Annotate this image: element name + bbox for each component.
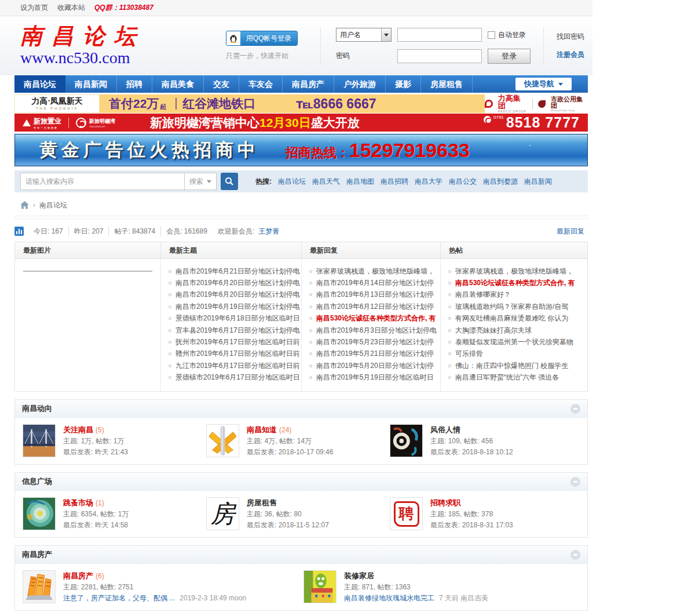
auto-login-checkbox[interactable] [488, 31, 495, 39]
lastpost-link[interactable]: 注意了，房产证加名，父母、配偶 ... [63, 594, 175, 602]
post-link[interactable]: 南昌市2019年6月12日部分地区计划停 [316, 302, 434, 312]
username-input[interactable] [397, 28, 482, 42]
forum-thumb-mask[interactable] [390, 424, 423, 457]
hot-search-link[interactable]: 南昌新闻 [524, 177, 552, 187]
post-link[interactable]: 九江市2019年6月17日部分地区临时日前 [175, 361, 300, 371]
forum-thumb-disc[interactable] [23, 497, 56, 530]
collapse-button[interactable] [570, 477, 580, 487]
post-link[interactable]: 张家界玻璃栈道，极致地球绝版峰墙， [455, 267, 573, 276]
stat-label: 帖子: [114, 227, 132, 235]
post-link[interactable]: 南昌遭日军野蛮“统治”六年 强迫各 [455, 373, 559, 382]
hot-search-link[interactable]: 南昌大学 [415, 177, 442, 187]
ad-banner-xinlv[interactable]: 新旅置业专筑一生理想家 新旅明樾湾XINLVRESORT 新旅明樾湾营销中心12… [14, 114, 588, 132]
nav-tab-2[interactable]: 南昌新闻 [65, 75, 117, 93]
collapse-button[interactable] [570, 404, 580, 414]
post-link[interactable]: 南昌530论坛诚征各种类型方式合作, 有 [316, 314, 436, 323]
qq-login-button[interactable]: 用QQ帐号登录 [226, 31, 298, 46]
hot-search-link[interactable]: 南昌公交 [449, 177, 477, 187]
post-link[interactable]: 宜丰县2019年6月17日部分地区计划停电 [175, 326, 300, 336]
select-caret-button[interactable] [381, 28, 391, 41]
password-input[interactable] [397, 49, 482, 63]
post-link[interactable]: 大胸漂亮妹妹打高尔夫球 [455, 326, 532, 336]
post-link[interactable]: 佛山：南庄四中惊爆艳照门 校服学生 [455, 361, 568, 371]
bar-chart-icon [14, 227, 24, 236]
collapse-button[interactable] [570, 550, 580, 560]
favorite-link[interactable]: 收藏本站 [57, 3, 85, 13]
username-select[interactable]: 用户名 [336, 28, 392, 42]
forum-name-link[interactable]: 风俗人情 [430, 425, 460, 434]
hot-search-link[interactable]: 南昌天气 [312, 177, 340, 187]
nav-tab-1[interactable]: 南昌论坛 [14, 75, 65, 93]
forum-name-link[interactable]: 南昌房产 [63, 571, 93, 580]
home-icon[interactable] [20, 201, 29, 209]
breadcrumb-current[interactable]: 南昌论坛 [39, 201, 67, 210]
post-link[interactable]: 南昌市2019年5月19日部分地区临时日 [316, 373, 434, 382]
post-link[interactable]: 南昌市2019年6月21日部分地区计划停电 [175, 267, 300, 276]
post-link[interactable]: 南昌市2019年6月3日部分地区计划停电 [316, 326, 437, 336]
nav-tab-3[interactable]: 招聘 [117, 75, 152, 93]
post-link[interactable]: 南昌市2019年5月21日部分地区计划停 [316, 349, 434, 359]
ad-banner-phoenix[interactable]: 力高·凤凰新天 THE PHOENIX 首付22万 起 红谷滩地铁口 ℡8666… [14, 94, 588, 113]
nav-tab-6[interactable]: 车友会 [239, 75, 283, 93]
post-link[interactable]: 有网友吐槽南昌麻辣烫最难吃 你认为 [455, 314, 568, 323]
forum-name-link[interactable]: 房屋租售 [247, 498, 277, 507]
register-link[interactable]: 注册会员 [557, 50, 584, 60]
post-link[interactable]: 景德镇市2019年6月17日部分地区临时日 [175, 373, 300, 382]
post-link[interactable]: 南昌市2019年5月23日部分地区计划停 [316, 337, 434, 347]
post-link[interactable]: 南昌530论坛诚征各种类型方式合作, 有 [455, 278, 575, 288]
post-link[interactable]: 景德镇市2019年6月18日部分地区临时日 [175, 314, 300, 323]
post-link[interactable]: 张家界玻璃栈道，极致地球绝版峰墙， [316, 267, 434, 276]
post-link[interactable]: 南昌市2019年6月19日部分地区计划停电 [175, 302, 300, 312]
quick-nav-button[interactable]: 快捷导航 [515, 78, 572, 90]
forum-thumb-decor[interactable] [303, 570, 336, 603]
list-item: 南昌装修哪家好？ [441, 289, 587, 301]
post-link[interactable]: 赣州市2019年6月17日部分地区临时日前 [175, 349, 300, 359]
lastpost-link[interactable]: 南昌装修绿地玫瑰城水电完工 [344, 594, 434, 602]
nav-tab-9[interactable]: 摄影 [386, 75, 421, 93]
post-link[interactable]: 南昌市2019年5月20日部分地区计划停 [316, 361, 434, 371]
site-logo[interactable]: 南昌论坛 www.nc530.com [20, 24, 226, 67]
forum-thumb-towers[interactable] [23, 570, 56, 603]
forum-name-link[interactable]: 装修家居 [344, 571, 374, 580]
ad-banner-gold[interactable]: 黄金广告位火热招商中 招商热线： 15297919633 [14, 134, 588, 166]
search-button[interactable] [221, 173, 238, 190]
post-link[interactable]: 抚州市2019年6月17日部分地区临时日前 [175, 337, 300, 347]
post-link[interactable]: 南昌市2019年6月20日部分地区计划停电 [175, 278, 300, 288]
set-home-link[interactable]: 设为首页 [20, 3, 48, 13]
post-link[interactable]: 玻璃栈道敢约吗？张家界自助游/自驾 [455, 302, 568, 312]
latest-reply-link[interactable]: 最新回复 [557, 227, 584, 236]
bullet-icon [169, 293, 171, 296]
forum-name-link[interactable]: 跳蚤市场 [63, 498, 93, 507]
forum-thumb-seal[interactable]: 聘 [390, 497, 423, 530]
forum-name-link[interactable]: 招聘求职 [430, 498, 460, 507]
bullet-icon [309, 365, 312, 367]
post-link[interactable]: 南昌市2019年6月13日部分地区计划停 [316, 290, 434, 300]
hot-search-link[interactable]: 南昌地图 [346, 177, 374, 187]
find-password-link[interactable]: 找回密码 [557, 32, 584, 42]
hot-search-link[interactable]: 南昌论坛 [278, 177, 306, 187]
post-link[interactable]: 可乐排骨 [455, 349, 483, 359]
post-link[interactable]: 泰顺疑似发现温州第一个状元徐奭墓物 [455, 337, 573, 347]
search-type-dropdown[interactable]: 搜索 [184, 173, 217, 190]
nav-tab-8[interactable]: 户外旅游 [334, 75, 386, 93]
nav-tab-5[interactable]: 交友 [204, 75, 239, 93]
topics-value: 6354 [81, 510, 97, 518]
hot-search-link[interactable]: 南昌到婺源 [483, 177, 518, 187]
nav-tab-4[interactable]: 南昌美食 [152, 75, 204, 93]
forum-thumb-cross[interactable] [206, 424, 239, 457]
list-item: 有网友吐槽南昌麻辣烫最难吃 你认为 [441, 313, 587, 325]
forum-name-link[interactable]: 关注南昌 [63, 425, 93, 434]
forum-name-link[interactable]: 南昌知道 [247, 425, 277, 434]
search-input[interactable] [20, 173, 184, 190]
post-link[interactable]: 南昌市2019年6月14日部分地区计划停 [316, 278, 434, 288]
forum-thumb-bridge[interactable] [23, 424, 56, 457]
newest-member-link[interactable]: 王梦菁 [259, 227, 280, 235]
nav-tab-10[interactable]: 房屋租售 [421, 75, 473, 93]
forum-thumb-fang[interactable]: 房 [206, 497, 239, 530]
post-link[interactable]: 南昌装修哪家好？ [455, 290, 511, 300]
login-button[interactable]: 登录 [488, 49, 531, 64]
post-link[interactable]: 南昌市2019年6月20日部分地区计划停电 [175, 290, 300, 300]
nav-tab-7[interactable]: 南昌房产 [283, 75, 334, 93]
hot-search-link[interactable]: 南昌招聘 [381, 177, 408, 187]
stat-value: 207 [92, 227, 103, 235]
